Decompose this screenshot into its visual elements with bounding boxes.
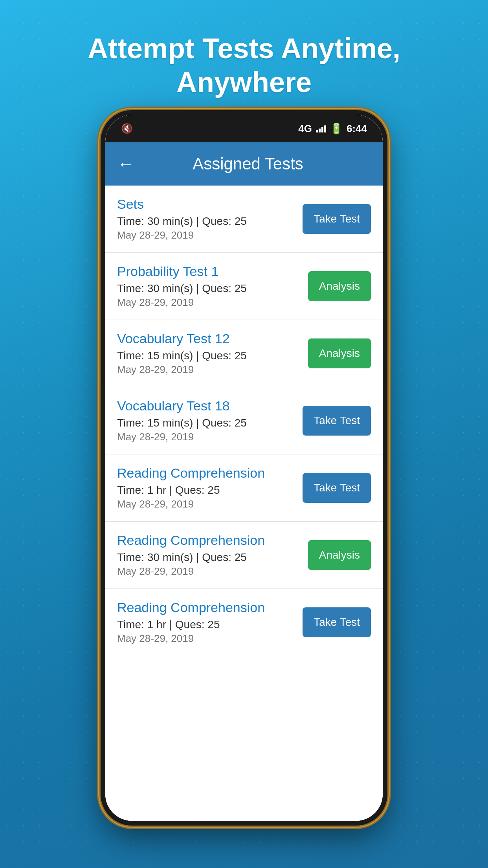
test-name: Reading Comprehension xyxy=(117,600,303,615)
test-date: May 28-29, 2019 xyxy=(117,633,303,645)
list-item: Vocabulary Test 18 Time: 15 min(s) | Que… xyxy=(105,387,383,454)
list-item: Sets Time: 30 min(s) | Ques: 25 May 28-2… xyxy=(105,186,383,253)
test-info: Reading Comprehension Time: 1 hr | Ques:… xyxy=(117,600,303,645)
list-item: Reading Comprehension Time: 1 hr | Ques:… xyxy=(105,589,383,656)
take-test-button[interactable]: Take Test xyxy=(303,473,371,503)
test-info: Probability Test 1 Time: 30 min(s) | Que… xyxy=(117,264,308,309)
back-button[interactable]: ← xyxy=(117,154,134,174)
test-date: May 28-29, 2019 xyxy=(117,229,303,241)
test-name: Vocabulary Test 12 xyxy=(117,331,308,346)
test-info: Vocabulary Test 12 Time: 15 min(s) | Que… xyxy=(117,331,308,376)
test-name: Probability Test 1 xyxy=(117,264,308,279)
analysis-button[interactable]: Analysis xyxy=(308,271,371,301)
test-details: Time: 1 hr | Ques: 25 xyxy=(117,618,303,631)
test-details: Time: 15 min(s) | Ques: 25 xyxy=(117,349,308,362)
test-details: Time: 1 hr | Ques: 25 xyxy=(117,484,303,497)
analysis-button[interactable]: Analysis xyxy=(308,338,371,368)
test-details: Time: 30 min(s) | Ques: 25 xyxy=(117,215,303,228)
test-date: May 28-29, 2019 xyxy=(117,565,308,577)
list-item: Reading Comprehension Time: 1 hr | Ques:… xyxy=(105,454,383,522)
test-date: May 28-29, 2019 xyxy=(117,431,303,443)
phone-screen: 🔇 4G 🔋 6:44 ← Assigned Tests Sets Time: … xyxy=(105,115,383,821)
test-name: Vocabulary Test 18 xyxy=(117,398,303,414)
test-details: Time: 30 min(s) | Ques: 25 xyxy=(117,551,308,564)
test-info: Reading Comprehension Time: 1 hr | Ques:… xyxy=(117,465,303,510)
test-info: Sets Time: 30 min(s) | Ques: 25 May 28-2… xyxy=(117,197,303,241)
take-test-button[interactable]: Take Test xyxy=(303,204,371,234)
app-bar: ← Assigned Tests xyxy=(105,142,383,186)
list-item: Vocabulary Test 12 Time: 15 min(s) | Que… xyxy=(105,320,383,387)
test-date: May 28-29, 2019 xyxy=(117,498,303,510)
take-test-button[interactable]: Take Test xyxy=(303,607,371,637)
signal-bars-icon xyxy=(316,125,326,132)
page-title: Attempt Tests Anytime, Anywhere xyxy=(24,31,464,99)
test-list: Sets Time: 30 min(s) | Ques: 25 May 28-2… xyxy=(105,186,383,821)
test-info: Reading Comprehension Time: 30 min(s) | … xyxy=(117,533,308,577)
test-name: Reading Comprehension xyxy=(117,465,303,481)
status-bar: 🔇 4G 🔋 6:44 xyxy=(105,115,383,142)
status-left: 🔇 xyxy=(121,123,133,134)
test-name: Sets xyxy=(117,197,303,212)
test-date: May 28-29, 2019 xyxy=(117,364,308,376)
test-date: May 28-29, 2019 xyxy=(117,296,308,309)
app-bar-title: Assigned Tests xyxy=(142,154,354,173)
list-item: Reading Comprehension Time: 30 min(s) | … xyxy=(105,522,383,589)
clock-time: 6:44 xyxy=(347,123,367,135)
test-details: Time: 15 min(s) | Ques: 25 xyxy=(117,417,303,429)
status-right: 4G 🔋 6:44 xyxy=(298,123,367,135)
list-item: Probability Test 1 Time: 30 min(s) | Que… xyxy=(105,253,383,320)
test-details: Time: 30 min(s) | Ques: 25 xyxy=(117,282,308,295)
analysis-button[interactable]: Analysis xyxy=(308,540,371,570)
battery-icon: 🔋 xyxy=(330,123,343,135)
network-indicator: 4G xyxy=(298,123,312,135)
test-info: Vocabulary Test 18 Time: 15 min(s) | Que… xyxy=(117,398,303,443)
speaker-icon: 🔇 xyxy=(121,123,133,134)
phone-frame: 🔇 4G 🔋 6:44 ← Assigned Tests Sets Time: … xyxy=(101,110,387,826)
test-name: Reading Comprehension xyxy=(117,533,308,548)
take-test-button[interactable]: Take Test xyxy=(303,406,371,436)
